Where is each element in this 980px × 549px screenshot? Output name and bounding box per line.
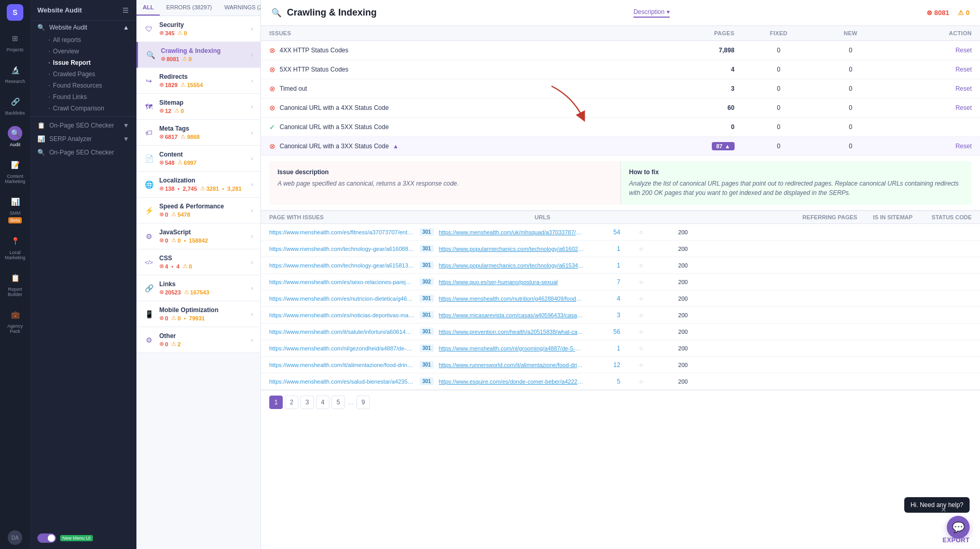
referring-pages: 12 (589, 361, 620, 369)
category-css[interactable]: </> CSS ⊗ 4 • 4 ⚠ 0 › (136, 249, 260, 275)
sidebar-item-projects[interactable]: ⊞ Projects (0, 27, 30, 57)
description-button[interactable]: Description ▾ (633, 8, 670, 18)
page-btn-4[interactable]: 4 (316, 396, 329, 409)
sidebar-item-agency-pack[interactable]: 💼 Agency Pack (0, 303, 30, 338)
sidebar-item-smm[interactable]: 📊 SMM Beta (0, 190, 30, 228)
nav-item-overview[interactable]: Overview (30, 46, 136, 57)
sidebar-item-local-marketing[interactable]: 📍 Local Marketing (0, 230, 30, 264)
filter-tab-warnings[interactable]: WARNINGS (208723) (218, 0, 261, 16)
js-warnings: ⚠ 0 (171, 237, 181, 244)
sidebar-item-report-builder[interactable]: 📋 Report Builder (0, 266, 30, 301)
target-url[interactable]: https://www.runnersworld.com/it/alimenta… (439, 362, 584, 368)
nav-item-found-resources[interactable]: Found Resources (30, 80, 136, 91)
sidebar-item-content-marketing[interactable]: 📝 Content Marketing (0, 153, 30, 188)
nav-item-issue-report[interactable]: Issue Report (30, 57, 136, 68)
category-meta-content: Meta Tags ⊗ 6817 ⚠ 9868 (159, 125, 246, 140)
target-url[interactable]: https://www.menshealth.com/nutrition/g46… (439, 295, 584, 302)
category-localization[interactable]: 🌐 Localization ⊗ 138 • 2,745 ⚠ 3281 • 3,… (136, 172, 260, 198)
javascript-arrow: › (251, 233, 253, 240)
speed-icon: ⚡ (144, 205, 154, 216)
page-url[interactable]: https://www.menshealth.com/es/nutricion-… (269, 295, 415, 302)
pages-row: https://www.menshealth.com/es/nutricion-… (261, 290, 980, 307)
referring-pages: 1 (589, 345, 620, 352)
nav-group-on-page-seo[interactable]: 📋 On-Page SEO Checker ▼ (30, 119, 136, 132)
page-url[interactable]: https://www.menshealth.com/nl/gezondheid… (269, 345, 415, 351)
target-url[interactable]: https://www.esquire.com/es/donde-comer-b… (439, 378, 584, 385)
category-speed[interactable]: ⚡ Speed & Performance ⊗ 0 ⚠ 5478 › (136, 198, 260, 223)
crawling-stats: ⊗ 8081 ⚠ 0 (161, 55, 246, 62)
page-url[interactable]: https://www.menshealth.com/es/salud-bien… (269, 378, 415, 385)
filter-tab-errors[interactable]: ERRORS (38297) (160, 0, 218, 16)
category-sitemap[interactable]: 🗺 Sitemap ⊗ 12 ⚠ 0 › (136, 94, 260, 120)
target-url[interactable]: https://www.popularmechanics.com/technol… (439, 262, 584, 269)
category-security[interactable]: 🛡 Security ⊗ 345 ⚠ 0 › (136, 16, 260, 42)
category-other[interactable]: ⚙ Other ⊗ 0 ⚠ 2 › (136, 327, 260, 353)
redirect-code: 301 (420, 294, 434, 302)
page-btn-1[interactable]: 1 (269, 396, 283, 409)
category-javascript[interactable]: ⚙ JavaScript ⊗ 0 ⚠ 0 • 158842 › (136, 223, 260, 249)
issue-name-label: Canonical URL with a 5XX Status Code (280, 123, 389, 131)
page-url[interactable]: https://www.menshealth.com/technology-ge… (269, 246, 415, 252)
category-mobile[interactable]: 📱 Mobile Optimization ⊗ 0 ⚠ 0 • 79931 › (136, 301, 260, 327)
issue-action[interactable]: Reset (887, 98, 980, 118)
filter-tab-all[interactable]: ALL (136, 0, 160, 16)
nav-item-crawl-comparison[interactable]: Crawl Comparison (30, 103, 136, 114)
sidebar-item-audit[interactable]: 🔍 Audit (0, 122, 30, 151)
pages-row: https://www.menshealth.com/technology-ge… (261, 241, 980, 257)
security-arrow: › (251, 25, 253, 33)
page-url[interactable]: https://www.menshealth.com/technology-ge… (269, 262, 415, 269)
chevron-down-icon-serp: ▼ (123, 135, 129, 143)
page-url[interactable]: https://www.menshealth.com/es/fitness/a3… (269, 229, 415, 235)
page-url[interactable]: https://www.menshealth.com/es/sexo-relac… (269, 279, 415, 285)
all-reports-label: All reports (53, 36, 81, 44)
issue-action[interactable]: Reset (887, 41, 980, 60)
category-content[interactable]: 📄 Content ⊗ 548 ⚠ 6997 › (136, 146, 260, 172)
localization-errors2: 2,745 (183, 186, 197, 192)
collapse-icon[interactable] (122, 7, 129, 14)
chat-close-button[interactable]: ✕ (941, 505, 947, 514)
nav-group-on-page-checker[interactable]: 🔍 On-Page SEO Checker (30, 146, 136, 159)
table-row: ✓ Canonical URL with a 5XX Status Code 0… (261, 118, 980, 137)
sidebar-item-backlinks[interactable]: 🔗 Backlinks (0, 90, 30, 120)
pages-row: https://www.menshealth.com/nl/gezondheid… (261, 340, 980, 357)
website-audit-icon: 🔍 (37, 24, 45, 31)
issue-action[interactable]: Reset (887, 60, 980, 79)
category-links[interactable]: 🔗 Links ⊗ 20523 ⚠ 167543 › (136, 275, 260, 301)
target-url[interactable]: https://www.micasarevista.com/casas/a405… (439, 312, 584, 318)
page-btn-2[interactable]: 2 (285, 396, 298, 409)
page-btn-3[interactable]: 3 (300, 396, 314, 409)
category-panel: ALL ERRORS (38297) WARNINGS (208723) NOT… (136, 0, 261, 549)
page-url[interactable]: https://www.menshealth.com/it/alimentazi… (269, 362, 415, 368)
target-url[interactable]: https://www.menshealth.com/nl/grooming/a… (439, 345, 584, 351)
page-btn-5[interactable]: 5 (332, 396, 345, 409)
category-crawling[interactable]: 🔍 Crawling & Indexing ⊗ 8081 ⚠ 0 › (136, 42, 260, 68)
target-url[interactable]: https://www.quo.es/ser-humano/postura-se… (439, 279, 584, 285)
user-avatar[interactable]: DA (8, 530, 22, 545)
expand-button[interactable]: ▲ (393, 143, 398, 149)
error-icon: ⊗ (269, 46, 275, 54)
nav-item-all-reports[interactable]: All reports (30, 34, 136, 46)
page-btn-9[interactable]: 9 (356, 396, 370, 409)
page-url[interactable]: https://www.menshealth.com/es/noticias-d… (269, 312, 415, 318)
js-warnings2: 158842 (189, 237, 208, 244)
sidebar-item-research[interactable]: 🔬 Research (0, 59, 30, 88)
issue-action[interactable]: Reset (887, 79, 980, 98)
nav-group-serp[interactable]: 📊 SERP Analyzer ▼ (30, 132, 136, 146)
status-code: 200 (662, 279, 688, 285)
category-css-content: CSS ⊗ 4 • 4 ⚠ 0 (159, 255, 246, 270)
issue-action[interactable]: Reset (887, 137, 980, 156)
issue-action (887, 118, 980, 137)
nav-item-crawled-pages[interactable]: Crawled Pages (30, 68, 136, 80)
target-url[interactable]: https://www.popularmechanics.com/technol… (439, 246, 584, 252)
page-url[interactable]: https://www.menshealth.com/it/salute/inf… (269, 329, 415, 335)
agency-pack-label: Agency Pack (2, 323, 28, 334)
new-menu-toggle[interactable] (37, 533, 56, 543)
localization-warnings2: 3,281 (227, 186, 242, 192)
nav-group-website-audit[interactable]: 🔍 Website Audit ▲ (30, 21, 136, 34)
target-url[interactable]: https://www.prevention.com/health/a20515… (439, 329, 584, 335)
target-url[interactable]: https://www.menshealth.com/uk/mhsquad/a3… (439, 229, 584, 235)
nav-item-found-links[interactable]: Found Links (30, 91, 136, 103)
category-redirects[interactable]: ↪ Redirects ⊗ 1829 ⚠ 15554 › (136, 68, 260, 94)
category-meta-tags[interactable]: 🏷 Meta Tags ⊗ 6817 ⚠ 9868 › (136, 120, 260, 146)
chat-button[interactable]: 💬 (947, 516, 970, 539)
